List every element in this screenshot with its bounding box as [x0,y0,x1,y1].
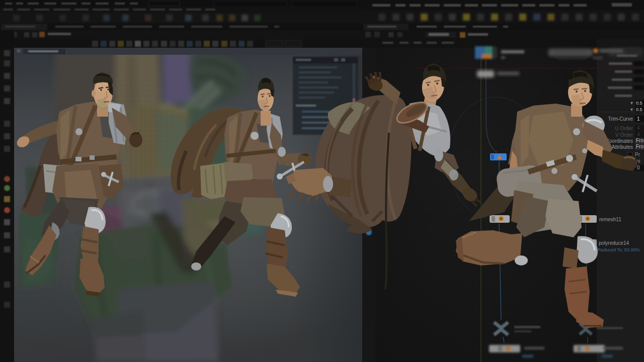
svg-text:▾: ▾ [630,107,633,112]
svg-text:Pr: Pr [635,152,640,157]
svg-text:Fro: Fro [636,138,643,143]
svg-text:remesh11: remesh11 [599,217,621,222]
svg-text:0.5: 0.5 [636,101,642,106]
svg-text:Reduced To: 50.00%: Reduced To: 50.00% [598,247,639,252]
svg-text:4: 4 [637,132,640,137]
svg-text:0.5: 0.5 [636,107,642,112]
svg-text:Fro: Fro [636,144,643,149]
svg-text:4: 4 [637,125,640,131]
svg-text:▾: ▾ [630,100,633,106]
svg-text:0: 0 [637,165,640,170]
svg-text:polyreduce14: polyreduce14 [599,240,629,246]
svg-text:V Order: V Order [615,132,633,138]
svg-text:U Order: U Order [615,126,633,131]
svg-text:1: 1 [637,116,640,122]
